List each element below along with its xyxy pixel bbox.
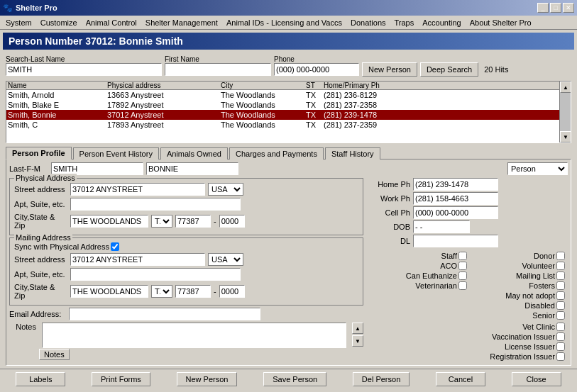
last-fm-label: Last-F-M [9,164,48,173]
physical-street-input[interactable] [70,183,205,196]
physical-address-title: Physical Address [14,174,77,182]
search-last-name-input[interactable] [6,63,162,76]
person-type-select[interactable]: Person Organization [507,162,568,175]
menu-animal-ids[interactable]: Animal IDs - Licensing and Vaccs [222,17,346,28]
mailing-list-label: Mailing List [516,271,555,280]
table-row[interactable]: Smith, C17893 AnystreetThe WoodlandsTX(2… [6,120,559,130]
deep-search-button[interactable]: Deep Search [420,62,478,77]
donor-checkbox[interactable] [556,252,565,260]
dl-input[interactable] [413,235,498,247]
veterinarian-checkbox[interactable] [458,281,467,290]
mailing-zip-input[interactable] [175,285,211,298]
menu-customize[interactable]: Customize [36,17,82,28]
physical-country-select[interactable]: USA [208,183,243,196]
fosters-checkbox[interactable] [556,281,565,290]
maximize-button[interactable]: □ [550,3,561,13]
license-issuer-checkbox[interactable] [556,342,565,351]
zip-dash: - [214,217,216,225]
window-title: Person Number 37012: Bonnie Smith [3,33,574,50]
table-row[interactable]: Smith, Bonnie37012 AnystreetThe Woodland… [6,110,559,120]
close-button-bottom[interactable]: Close [512,372,561,386]
home-phone-input[interactable] [413,178,498,191]
mailing-country-select[interactable]: USA [208,253,243,266]
street-label: Street address [14,185,67,194]
tab-staff-history[interactable]: Staff History [325,147,380,159]
menu-about[interactable]: About Shelter Pro [466,17,536,28]
registration-issuer-label: Registration Issuer [490,352,555,361]
labels-button[interactable]: Labels [16,372,65,386]
senior-label: Senior [532,311,555,320]
license-issuer-label: License Issuer [505,342,555,351]
work-phone-input[interactable] [413,192,498,205]
vaccination-issuer-checkbox[interactable] [556,332,565,341]
mailing-zip2-input[interactable] [219,285,245,298]
can-euthanize-checkbox[interactable] [458,271,467,280]
save-person-button[interactable]: Save Person [263,372,326,386]
mailing-state-select[interactable]: TX [151,285,172,298]
menu-accounting[interactable]: Accounting [418,17,465,28]
notes-scroll-up[interactable]: ▲ [352,323,363,334]
mailing-list-checkbox[interactable] [556,271,565,280]
volunteer-checkbox[interactable] [556,262,565,270]
mailing-city-label: City,State & Zip [14,283,67,300]
tab-charges-payments[interactable]: Charges and Payments [229,147,324,159]
vet-clinic-checkbox[interactable] [556,323,565,331]
menu-donations[interactable]: Donations [346,17,390,28]
menu-system[interactable]: System [1,17,36,28]
title-bar: 🐾 Shelter Pro _ □ ✕ [0,0,577,16]
tab-person-profile[interactable]: Person Profile [6,147,72,159]
physical-city-input[interactable] [70,215,148,228]
col-city: City [219,82,304,90]
notes-scroll-down[interactable]: ▼ [352,335,363,347]
physical-apt-input[interactable] [70,198,241,211]
may-not-adopt-checkbox[interactable] [556,291,565,300]
mailing-apt-input[interactable] [70,268,241,281]
cell-phone-input[interactable] [413,206,498,219]
col-phone: Home/Primary Ph [322,82,559,90]
search-phone-input[interactable] [274,63,359,76]
scroll-down-button[interactable]: ▼ [560,131,571,142]
table-row[interactable]: Smith, Arnold13663 AnystreetThe Woodland… [6,90,559,101]
menu-animal-control[interactable]: Animal Control [82,17,141,28]
app-icon: 🐾 [3,4,13,13]
tab-event-history[interactable]: Person Event History [73,147,159,159]
physical-address-group: Physical Address Street address USA Apt,… [9,178,363,235]
disabled-checkbox[interactable] [556,301,565,310]
menu-traps[interactable]: Traps [390,17,419,28]
new-person-search-button[interactable]: New Person [362,62,417,77]
registration-issuer-checkbox[interactable] [556,352,565,361]
search-first-name-input[interactable] [165,63,271,76]
scroll-track[interactable] [560,93,571,131]
cancel-button[interactable]: Cancel [436,372,485,386]
print-forms-button[interactable]: Print Forms [92,372,150,386]
app-title: Shelter Pro [16,4,57,12]
city-state-zip-label: City,State & Zip [14,213,67,230]
tab-animals-owned[interactable]: Animals Owned [160,147,228,159]
close-button[interactable]: ✕ [563,3,574,13]
aco-checkbox[interactable] [458,262,467,270]
physical-state-select[interactable]: TX [151,215,172,228]
table-scrollbar[interactable]: ▲ ▼ [559,82,571,142]
dob-input[interactable] [413,220,470,233]
new-person-bottom-button[interactable]: New Person [177,372,238,386]
minimize-button[interactable]: _ [537,3,549,13]
notes-button[interactable]: Notes [39,349,70,360]
table-row[interactable]: Smith, Blake E17892 AnystreetThe Woodlan… [6,100,559,110]
notes-textarea[interactable] [42,323,346,348]
sync-checkbox[interactable] [111,242,119,251]
staff-checkbox[interactable] [458,252,467,260]
email-input[interactable] [69,308,260,320]
menu-shelter-management[interactable]: Shelter Management [141,17,222,28]
first-name-field[interactable] [146,162,238,175]
senior-checkbox[interactable] [556,311,565,320]
first-name-label: First Name [165,55,271,63]
mailing-street-input[interactable] [70,253,205,266]
del-person-button[interactable]: Del Person [353,372,410,386]
bottom-bar: Labels Print Forms New Person Save Perso… [0,369,577,389]
tab-bar: Person Profile Person Event History Anim… [3,146,574,366]
scroll-up-button[interactable]: ▲ [560,82,571,93]
mailing-city-input[interactable] [70,285,148,298]
physical-zip2-input[interactable] [219,215,245,228]
hits-label: 20 Hits [484,65,508,74]
physical-zip-input[interactable] [175,215,211,228]
